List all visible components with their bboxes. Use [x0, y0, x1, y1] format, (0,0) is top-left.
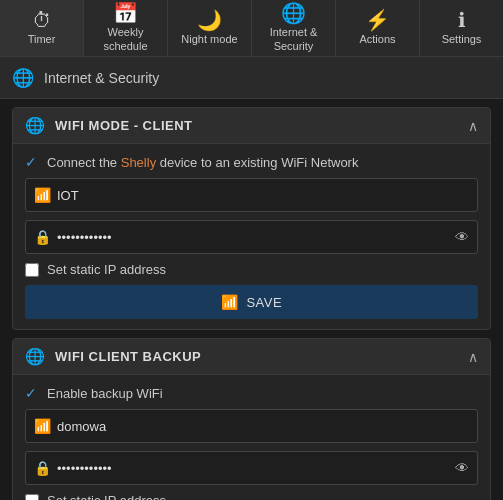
wifi-client-static-ip-checkbox[interactable]: [25, 263, 39, 277]
wifi-client-card: 🌐 WIFI MODE - CLIENT ∧ ✓ Connect the She…: [12, 107, 491, 330]
wifi-client-save-button[interactable]: 📶 SAVE: [25, 285, 478, 319]
wifi-backup-card-header[interactable]: 🌐 WIFI CLIENT BACKUP ∧: [13, 339, 490, 375]
wifi-client-ssid-input[interactable]: [57, 188, 469, 203]
wifi-backup-password-row: 🔒 👁: [25, 451, 478, 485]
nav-item-internet-security[interactable]: 🌐 Internet & Security: [252, 0, 336, 56]
wifi-backup-lock-icon: 🔒: [34, 460, 51, 476]
nav-item-weekly-schedule[interactable]: 📅 Weekly schedule: [84, 0, 168, 56]
wifi-backup-ssid-row: 📶: [25, 409, 478, 443]
wifi-client-save-wifi-icon: 📶: [221, 294, 239, 310]
wifi-ssid-icon: 📶: [34, 187, 51, 203]
wifi-client-static-ip-row: Set static IP address: [25, 262, 478, 277]
nav-label-internet-security: Internet & Security: [256, 26, 331, 52]
wifi-backup-card: 🌐 WIFI CLIENT BACKUP ∧ ✓ Enable backup W…: [12, 338, 491, 500]
wifi-client-connect-text: Connect the Shelly device to an existing…: [47, 155, 358, 170]
wifi-client-password-input[interactable]: [57, 230, 449, 245]
wifi-client-header-left: 🌐 WIFI MODE - CLIENT: [25, 116, 193, 135]
wifi-client-password-row: 🔒 👁: [25, 220, 478, 254]
nav-label-timer: Timer: [28, 33, 56, 46]
section-header: 🌐 Internet & Security: [0, 57, 503, 99]
wifi-backup-chevron-icon: ∧: [468, 349, 478, 365]
section-title: Internet & Security: [44, 70, 159, 86]
wifi-client-body: ✓ Connect the Shelly device to an existi…: [13, 144, 490, 329]
night-mode-icon: 🌙: [197, 10, 222, 30]
settings-icon: ℹ: [458, 10, 466, 30]
wifi-client-title: WIFI MODE - CLIENT: [55, 118, 193, 133]
nav-item-settings[interactable]: ℹ Settings: [420, 0, 503, 56]
wifi-client-card-header[interactable]: 🌐 WIFI MODE - CLIENT ∧: [13, 108, 490, 144]
wifi-backup-enable-row: ✓ Enable backup WiFi: [25, 385, 478, 401]
wifi-client-save-label: SAVE: [246, 295, 282, 310]
nav-label-actions: Actions: [359, 33, 395, 46]
wifi-client-chevron-icon: ∧: [468, 118, 478, 134]
wifi-client-eye-icon[interactable]: 👁: [455, 229, 469, 245]
actions-icon: ⚡: [365, 10, 390, 30]
wifi-client-globe-icon: 🌐: [25, 116, 45, 135]
section-globe-icon: 🌐: [12, 67, 34, 89]
wifi-backup-header-left: 🌐 WIFI CLIENT BACKUP: [25, 347, 201, 366]
internet-security-icon: 🌐: [281, 3, 306, 23]
wifi-client-lock-icon: 🔒: [34, 229, 51, 245]
nav-label-settings: Settings: [442, 33, 482, 46]
shelly-link[interactable]: Shelly: [121, 155, 156, 170]
wifi-backup-static-ip-row: Set static IP address: [25, 493, 478, 500]
wifi-client-static-ip-label: Set static IP address: [47, 262, 166, 277]
content-area: 🌐 WIFI MODE - CLIENT ∧ ✓ Connect the She…: [0, 99, 503, 500]
wifi-backup-check-icon: ✓: [25, 385, 37, 401]
wifi-backup-password-input[interactable]: [57, 461, 449, 476]
wifi-backup-ssid-input[interactable]: [57, 419, 469, 434]
nav-label-night-mode: Night mode: [181, 33, 237, 46]
wifi-backup-static-ip-checkbox[interactable]: [25, 494, 39, 501]
nav-item-night-mode[interactable]: 🌙 Night mode: [168, 0, 252, 56]
nav-label-weekly-schedule: Weekly schedule: [88, 26, 163, 52]
wifi-client-check-icon: ✓: [25, 154, 37, 170]
top-navigation: ⏱ Timer 📅 Weekly schedule 🌙 Night mode 🌐…: [0, 0, 503, 57]
wifi-backup-globe-icon: 🌐: [25, 347, 45, 366]
nav-item-timer[interactable]: ⏱ Timer: [0, 0, 84, 56]
wifi-backup-static-ip-label: Set static IP address: [47, 493, 166, 500]
wifi-client-connect-row: ✓ Connect the Shelly device to an existi…: [25, 154, 478, 170]
wifi-backup-ssid-icon: 📶: [34, 418, 51, 434]
wifi-client-ssid-row: 📶: [25, 178, 478, 212]
wifi-backup-title: WIFI CLIENT BACKUP: [55, 349, 201, 364]
wifi-backup-eye-icon[interactable]: 👁: [455, 460, 469, 476]
timer-icon: ⏱: [32, 10, 52, 30]
nav-item-actions[interactable]: ⚡ Actions: [336, 0, 420, 56]
wifi-backup-enable-label: Enable backup WiFi: [47, 386, 163, 401]
weekly-schedule-icon: 📅: [113, 3, 138, 23]
wifi-backup-body: ✓ Enable backup WiFi 📶 🔒 👁 Set static IP…: [13, 375, 490, 500]
